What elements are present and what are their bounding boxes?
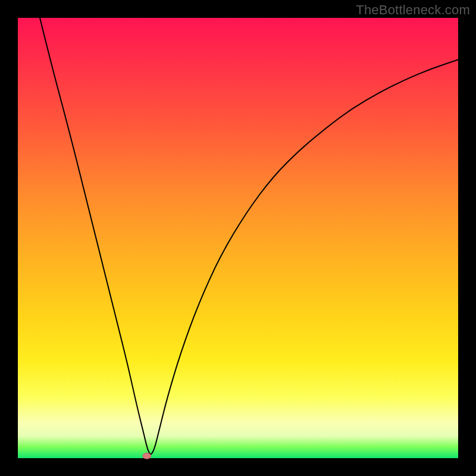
- plot-area: [18, 18, 458, 458]
- curve-svg: [18, 18, 458, 458]
- bottleneck-curve: [40, 18, 458, 454]
- watermark-text: TheBottleneck.com: [356, 2, 470, 18]
- min-marker: [143, 453, 151, 459]
- chart-frame: TheBottleneck.com: [0, 0, 476, 476]
